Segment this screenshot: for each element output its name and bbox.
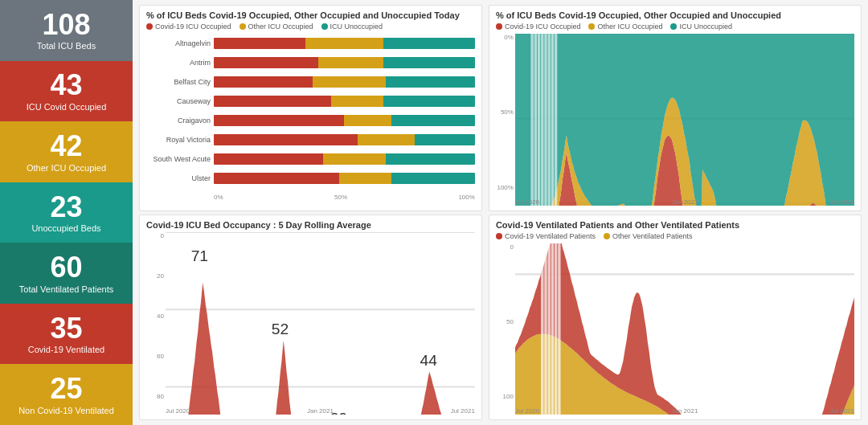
bar-row-3: Causeway [146,96,475,107]
bar-chart-area: Altnagelvin Antrim Belfast City Causeway… [146,34,475,206]
bar-label-5: Royal Victoria [146,136,211,144]
stacked-area-panel: % of ICU Beds Covid-19 Occupied, Other O… [489,5,862,211]
stat-label-3: Unoccupied Beds [31,223,100,234]
svg-text:44: 44 [420,351,437,368]
stat-card-1: 43 ICU Covid Occupied [0,61,133,122]
bar-label-0: Altnagelvin [146,39,211,47]
stat-card-6: 25 Non Covid-19 Ventilated [0,364,133,425]
bar-legend-item-2: ICU Unoccupied [321,22,383,31]
stat-number-3: 23 [50,191,82,223]
line-chart-wrap: 806040200 7152294400 Jul 2020Jan 2021Jul… [146,232,475,415]
stacked-legend-item-2: ICU Unoccupied [670,22,732,31]
ventilated-legend: Covid-19 Ventilated PatientsOther Ventil… [496,232,854,240]
bar-x-axis: 0%50%100% [214,194,475,201]
bar-label-1: Antrim [146,59,211,67]
stat-label-4: Total Ventilated Patients [19,284,113,295]
bar-row-2: Belfast City [146,76,475,88]
bottom-row: Covid-19 ICU Bed Occupancy : 5 Day Rolli… [139,215,862,421]
stat-number-0: 108 [42,9,90,41]
bar-container-3 [214,96,475,107]
stat-number-6: 25 [50,373,82,405]
bar-row-6: South West Acute [146,153,475,165]
stat-card-0: 108 Total ICU Beds [0,0,133,61]
svg-text:52: 52 [272,321,289,337]
bar-label-4: Craigavon [146,116,211,125]
ventilated-title: Covid-19 Ventilated Patients and Other V… [496,220,854,230]
stacked-area-wrap: 100%50%0% Jul 2020Jan 2021Jul 2021 [496,34,854,206]
svg-text:71: 71 [191,247,208,264]
stat-card-4: 60 Total Ventilated Patients [0,243,133,304]
stat-card-2: 42 Other ICU Occupied [0,121,133,182]
ventilated-legend-item-1: Other Ventilated Patients [604,232,693,240]
bar-container-7 [214,173,475,184]
bar-label-7: Ulster [146,174,211,182]
bar-row-0: Altnagelvin [146,38,475,49]
stat-number-2: 42 [50,130,82,162]
stacked-legend-item-1: Other ICU Occupied [588,22,662,31]
sidebar: 108 Total ICU Beds 43 ICU Covid Occupied… [0,0,133,425]
stat-label-5: Covid-19 Ventilated [28,344,104,355]
stat-number-4: 60 [50,251,82,284]
stat-label-2: Other ICU Occupied [27,162,106,174]
stat-card-5: 35 Covid-19 Ventilated [0,304,133,365]
stacked-area-title: % of ICU Beds Covid-19 Occupied, Other O… [496,10,854,20]
ventilated-chart-panel: Covid-19 Ventilated Patients and Other V… [489,215,862,421]
bar-chart-panel: % of ICU Beds Covid-19 Occupied, Other O… [139,5,482,211]
line-chart-panel: Covid-19 ICU Bed Occupancy : 5 Day Rolli… [139,215,482,421]
bar-row-7: Ulster [146,173,475,184]
bar-container-1 [214,57,475,68]
bar-label-3: Causeway [146,97,211,105]
bar-chart-title: % of ICU Beds Covid-19 Occupied, Other O… [146,10,475,20]
stat-label-1: ICU Covid Occupied [27,101,107,112]
main-content: % of ICU Beds Covid-19 Occupied, Other O… [133,0,868,425]
stacked-legend-item-0: Covid-19 ICU Occupied [496,22,581,31]
bar-row-4: Craigavon [146,115,475,126]
ventilated-chart-wrap: 100500 Jul 2020Jan 2021Jul 2021 [496,243,854,415]
bar-legend-item-1: Other ICU Occupied [240,22,313,31]
bar-chart-legend: Covid-19 ICU OccupiedOther ICU OccupiedI… [146,22,475,31]
bar-container-5 [214,134,475,145]
line-chart-title: Covid-19 ICU Bed Occupancy : 5 Day Rolli… [146,220,475,230]
bar-row-1: Antrim [146,57,475,68]
bar-row-5: Royal Victoria [146,134,475,145]
stat-label-6: Non Covid-19 Ventilated [18,405,114,416]
stacked-legend: Covid-19 ICU OccupiedOther ICU OccupiedI… [496,22,854,31]
bar-container-4 [214,115,475,126]
top-row: % of ICU Beds Covid-19 Occupied, Other O… [139,5,862,211]
stat-number-5: 35 [50,313,82,345]
bar-label-6: South West Acute [146,155,211,163]
bar-container-2 [214,76,475,88]
bar-container-0 [214,38,475,49]
bar-legend-item-0: Covid-19 ICU Occupied [146,22,231,31]
ventilated-legend-item-0: Covid-19 Ventilated Patients [496,232,596,240]
bar-label-2: Belfast City [146,78,211,86]
stat-number-1: 43 [50,69,82,101]
bar-container-6 [214,153,475,165]
stat-label-0: Total ICU Beds [37,40,96,51]
stat-card-3: 23 Unoccupied Beds [0,182,133,243]
